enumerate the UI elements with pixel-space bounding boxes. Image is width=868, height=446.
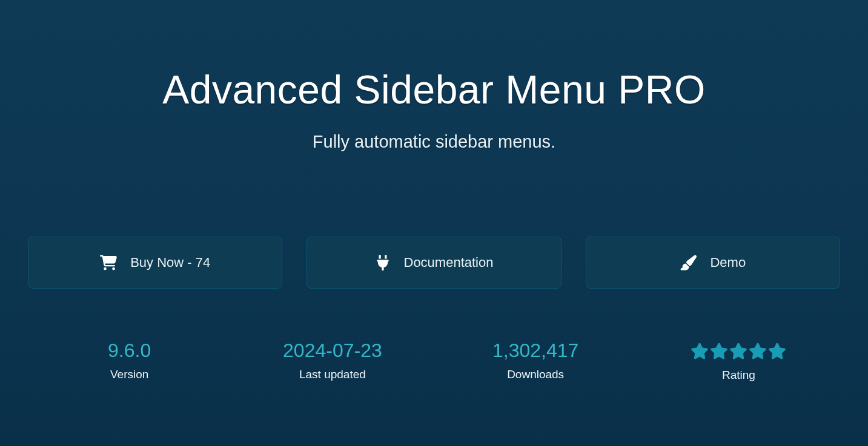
version-value: 9.6.0 — [108, 339, 151, 362]
plug-icon — [375, 255, 391, 271]
updated-label: Last updated — [299, 368, 366, 381]
stats-row: 9.6.0 Version 2024-07-23 Last updated 1,… — [0, 339, 868, 382]
downloads-label: Downloads — [507, 368, 564, 381]
stat-updated: 2024-07-23 Last updated — [231, 339, 434, 382]
documentation-label: Documentation — [404, 255, 494, 271]
stat-version: 9.6.0 Version — [28, 339, 231, 382]
star-icon — [749, 342, 767, 360]
updated-value: 2024-07-23 — [283, 339, 382, 362]
brush-icon — [680, 255, 697, 271]
star-icon — [710, 342, 728, 360]
documentation-button[interactable]: Documentation — [306, 237, 561, 289]
page-subtitle: Fully automatic sidebar menus. — [313, 132, 555, 152]
version-label: Version — [110, 368, 148, 381]
cart-icon — [100, 255, 117, 271]
star-icon — [768, 342, 786, 360]
button-row: Buy Now - 74 Documentation Demo — [0, 237, 868, 289]
page-title: Advanced Sidebar Menu PRO — [162, 67, 706, 113]
star-icon — [691, 342, 709, 360]
downloads-value: 1,302,417 — [492, 339, 578, 362]
demo-label: Demo — [710, 255, 746, 271]
stat-downloads: 1,302,417 Downloads — [434, 339, 637, 382]
stat-rating: Rating — [637, 339, 840, 382]
star-icon — [729, 342, 747, 360]
hero-section: Advanced Sidebar Menu PRO Fully automati… — [0, 0, 868, 382]
rating-label: Rating — [722, 369, 755, 382]
rating-stars — [691, 339, 786, 362]
buy-now-button[interactable]: Buy Now - 74 — [28, 237, 282, 289]
buy-now-label: Buy Now - 74 — [130, 255, 210, 271]
demo-button[interactable]: Demo — [586, 237, 840, 289]
